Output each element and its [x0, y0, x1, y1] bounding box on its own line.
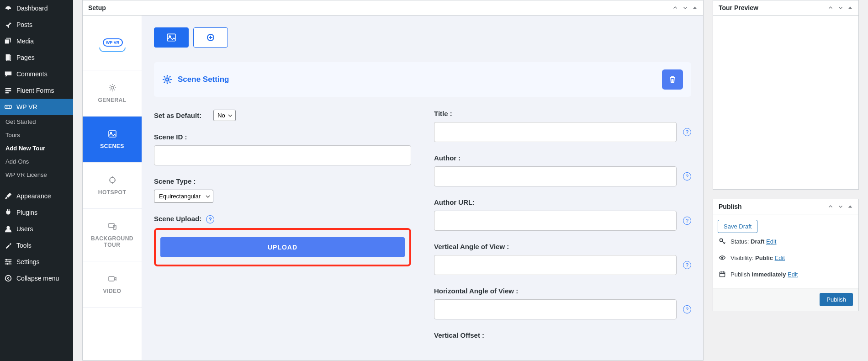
edit-visibility-link[interactable]: Edit [775, 255, 785, 261]
help-icon[interactable]: ? [206, 215, 214, 223]
svg-point-16 [6, 259, 8, 261]
sidebar-item-pages[interactable]: Pages [0, 49, 73, 66]
chevron-down-icon[interactable] [837, 5, 844, 11]
gear-icon [108, 83, 117, 92]
help-icon[interactable]: ? [683, 172, 691, 180]
setup-panel: Setup WP VR [82, 0, 704, 361]
vtab-label: SCENES [100, 143, 124, 149]
svg-rect-9 [5, 105, 11, 108]
sidebar-sub-get-started[interactable]: Get Started [0, 115, 73, 128]
comments-icon [4, 69, 13, 79]
sidebar-sub-tours[interactable]: Tours [0, 128, 73, 142]
sidebar-label: Posts [16, 21, 32, 28]
vtab-hotspot[interactable]: HOTSPOT [83, 163, 142, 209]
calendar-icon [719, 271, 726, 278]
sidebar-label: WP VR [16, 103, 37, 111]
haov-input[interactable] [434, 299, 677, 319]
vtab-general[interactable]: GENERAL [83, 70, 142, 117]
video-icon [108, 274, 117, 283]
sidebar-label: Comments [16, 70, 48, 78]
sidebar-item-plugins[interactable]: Plugins [0, 204, 73, 221]
sidebar-label: Media [16, 37, 34, 45]
publish-button[interactable]: Publish [820, 293, 853, 306]
help-icon[interactable]: ? [683, 261, 691, 269]
svg-rect-6 [5, 88, 11, 90]
tour-preview-panel: Tour Preview [713, 0, 859, 190]
edit-schedule-link[interactable]: Edit [788, 271, 798, 278]
help-icon[interactable]: ? [683, 305, 691, 313]
sidebar-item-collapse[interactable]: Collapse menu [0, 270, 73, 287]
scene-tab-image[interactable] [154, 27, 189, 48]
svg-rect-2 [5, 39, 9, 43]
forms-icon [4, 86, 13, 95]
sidebar-sub-license[interactable]: WP VR License [0, 168, 73, 181]
vaov-label: Vertical Angle of View : [434, 243, 691, 250]
scene-setting-title: Scene Setting [178, 75, 229, 84]
status-row: Status: Draft Edit [718, 233, 854, 250]
sidebar-label: Users [16, 225, 33, 233]
vtab-video[interactable]: VIDEO [83, 261, 142, 308]
image-icon [108, 129, 117, 138]
svg-point-20 [111, 86, 114, 89]
vtab-scenes[interactable]: SCENES [83, 117, 142, 163]
chevron-down-icon[interactable] [682, 5, 688, 11]
title-input[interactable] [434, 122, 677, 142]
sidebar-item-dashboard[interactable]: Dashboard [0, 0, 73, 16]
sidebar-item-posts[interactable]: Posts [0, 16, 73, 33]
sidebar-item-wpvr[interactable]: WP VR [0, 99, 73, 115]
sidebar-item-appearance[interactable]: Appearance [0, 188, 73, 204]
scene-tab-add[interactable] [193, 27, 228, 48]
vtab-background-tour[interactable]: BACKGROUND TOUR [83, 209, 142, 261]
sidebar-item-media[interactable]: Media [0, 33, 73, 49]
trash-icon [668, 75, 677, 84]
help-icon[interactable]: ? [683, 217, 691, 225]
sidebar-item-fluent-forms[interactable]: Fluent Forms [0, 82, 73, 99]
pin-icon [4, 20, 13, 29]
sidebar-item-settings[interactable]: Settings [0, 254, 73, 270]
svg-rect-27 [167, 34, 175, 41]
sidebar-label: Appearance [16, 192, 51, 200]
vtab-label: GENERAL [98, 97, 126, 103]
sidebar-item-comments[interactable]: Comments [0, 66, 73, 82]
chevron-up-icon[interactable] [827, 203, 834, 210]
picture-icon [166, 32, 176, 42]
plug-icon [4, 208, 13, 217]
svg-point-19 [5, 276, 11, 281]
caret-up-icon[interactable] [847, 204, 853, 209]
edit-status-link[interactable]: Edit [766, 238, 776, 245]
publish-header[interactable]: Publish [713, 199, 858, 214]
author-input[interactable] [434, 166, 677, 186]
vaov-input[interactable] [434, 255, 677, 275]
pages-icon [4, 53, 13, 62]
schedule-row: Publish immediately Edit [718, 266, 854, 282]
help-icon[interactable]: ? [683, 128, 691, 136]
sidebar-label: Fluent Forms [16, 87, 54, 94]
admin-sidebar: Dashboard Posts Media Pages Comments Flu… [0, 0, 73, 361]
caret-up-icon[interactable] [692, 5, 698, 11]
chevron-down-icon[interactable] [837, 203, 844, 210]
author-url-input[interactable] [434, 211, 677, 231]
svg-point-10 [6, 106, 8, 108]
svg-point-11 [9, 106, 10, 108]
dashboard-icon [4, 4, 13, 13]
scene-id-input[interactable] [154, 145, 411, 165]
chevron-up-icon[interactable] [827, 5, 834, 11]
vtab-label: VIDEO [103, 288, 122, 294]
sidebar-item-tools[interactable]: Tools [0, 237, 73, 254]
sidebar-sub-addons[interactable]: Add-Ons [0, 155, 73, 168]
setup-panel-header[interactable]: Setup [83, 0, 703, 16]
scene-id-label: Scene ID : [154, 133, 411, 141]
save-draft-button[interactable]: Save Draft [718, 220, 757, 233]
tour-preview-header[interactable]: Tour Preview [713, 0, 858, 16]
caret-up-icon[interactable] [847, 5, 853, 11]
delete-scene-button[interactable] [662, 69, 683, 90]
sidebar-sub-add-new-tour[interactable]: Add New Tour [0, 142, 73, 155]
scene-type-select[interactable]: Equirectangular [154, 190, 213, 203]
upload-button[interactable]: UPLOAD [160, 237, 405, 257]
default-select[interactable]: No [213, 110, 236, 121]
chevron-up-icon[interactable] [672, 5, 678, 11]
svg-rect-21 [109, 131, 116, 137]
sidebar-item-users[interactable]: Users [0, 221, 73, 237]
svg-point-17 [9, 261, 11, 263]
sidebar-label: Tools [16, 242, 32, 249]
